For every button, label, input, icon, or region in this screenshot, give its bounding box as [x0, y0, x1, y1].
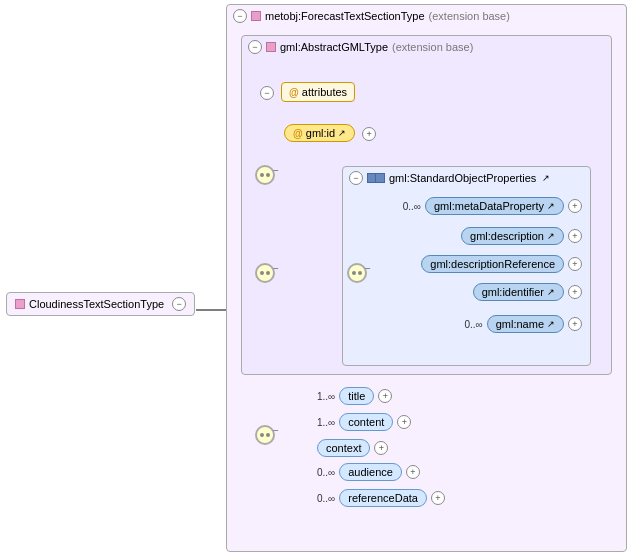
standard-collapse[interactable]: −	[349, 171, 363, 185]
metadata-row: 0..∞ gml:metaDataProperty ↗ +	[403, 197, 582, 215]
identifier-box[interactable]: gml:identifier ↗	[473, 283, 564, 301]
title-row: 1..∞ title +	[317, 387, 392, 405]
seq-circle-abstract-right[interactable]	[347, 263, 367, 283]
svg-point-25	[358, 271, 362, 275]
gmlid-container: @ gml:id ↗ +	[284, 124, 376, 142]
attributes-collapse[interactable]: −	[260, 86, 274, 100]
gmlid-box[interactable]: @ gml:id ↗	[284, 124, 355, 142]
descref-label: gml:descriptionReference	[430, 258, 555, 270]
diagram-container: − metobj:ForecastTextSectionType (extens…	[0, 0, 631, 556]
box-cloudiness: CloudinessTextSectionType −	[6, 292, 195, 316]
forecast-collapse[interactable]: −	[233, 9, 247, 23]
metadata-plus[interactable]: +	[568, 199, 582, 213]
content-plus[interactable]: +	[397, 415, 411, 429]
attributes-container: − @ attributes	[260, 82, 355, 104]
seq-minus-abstract-left[interactable]: −	[273, 263, 279, 274]
svg-point-19	[266, 173, 270, 177]
description-label: gml:description	[470, 230, 544, 242]
forecast-header: − metobj:ForecastTextSectionType (extens…	[227, 5, 626, 27]
context-label: context	[326, 442, 361, 454]
identifier-label: gml:identifier	[482, 286, 544, 298]
forecast-type-icon	[251, 11, 261, 21]
name-box[interactable]: gml:name ↗	[487, 315, 564, 333]
audience-row: 0..∞ audience +	[317, 463, 420, 481]
descref-row: gml:descriptionReference +	[421, 255, 582, 273]
gmlid-arrow: ↗	[338, 128, 346, 138]
seq-minus-abstract-right[interactable]: −	[365, 263, 371, 274]
name-label: gml:name	[496, 318, 544, 330]
content-mult: 1..∞	[317, 417, 335, 428]
gmlid-label: gml:id	[306, 127, 335, 139]
audience-mult: 0..∞	[317, 467, 335, 478]
standard-type-icon2	[375, 173, 385, 183]
metadata-label: gml:metaDataProperty	[434, 200, 544, 212]
seq-circle-bottom[interactable]	[255, 425, 275, 445]
cloudiness-label: CloudinessTextSectionType	[29, 298, 164, 310]
refdata-plus[interactable]: +	[431, 491, 445, 505]
name-mult: 0..∞	[464, 319, 482, 330]
name-row: 0..∞ gml:name ↗ +	[464, 315, 582, 333]
cloudiness-type-icon	[15, 299, 25, 309]
name-plus[interactable]: +	[568, 317, 582, 331]
box-standard: − gml:StandardObjectProperties ↗ 0..∞ gm…	[342, 166, 591, 366]
forecast-label: metobj:ForecastTextSectionType	[265, 10, 425, 22]
refdata-row: 0..∞ referenceData +	[317, 489, 445, 507]
cloudiness-expand[interactable]: −	[172, 297, 186, 311]
seq-circle-top[interactable]	[255, 165, 275, 185]
svg-point-21	[266, 433, 270, 437]
audience-label: audience	[348, 466, 393, 478]
description-arrow: ↗	[547, 231, 555, 241]
title-label: title	[348, 390, 365, 402]
svg-point-22	[260, 271, 264, 275]
gmlid-at-icon: @	[293, 128, 303, 139]
identifier-row: gml:identifier ↗ +	[473, 283, 582, 301]
standard-header: − gml:StandardObjectProperties ↗	[343, 167, 590, 189]
metadata-box[interactable]: gml:metaDataProperty ↗	[425, 197, 564, 215]
svg-point-23	[266, 271, 270, 275]
abstract-type-icon	[266, 42, 276, 52]
box-forecast: − metobj:ForecastTextSectionType (extens…	[226, 4, 627, 552]
svg-point-18	[260, 173, 264, 177]
description-plus[interactable]: +	[568, 229, 582, 243]
context-row: context +	[317, 439, 388, 457]
abstract-sublabel: (extension base)	[392, 41, 473, 53]
svg-point-24	[352, 271, 356, 275]
metadata-arrow: ↗	[547, 201, 555, 211]
content-row: 1..∞ content +	[317, 413, 411, 431]
name-arrow: ↗	[547, 319, 555, 329]
audience-plus[interactable]: +	[406, 465, 420, 479]
title-mult: 1..∞	[317, 391, 335, 402]
seq-circle-abstract-left[interactable]	[255, 263, 275, 283]
seq-minus-top[interactable]: −	[273, 165, 279, 176]
audience-box[interactable]: audience	[339, 463, 402, 481]
description-row: gml:description ↗ +	[461, 227, 582, 245]
attributes-label: attributes	[302, 86, 347, 98]
svg-point-20	[260, 433, 264, 437]
metadata-mult: 0..∞	[403, 201, 421, 212]
descref-box[interactable]: gml:descriptionReference	[421, 255, 564, 273]
title-box[interactable]: title	[339, 387, 374, 405]
content-label: content	[348, 416, 384, 428]
context-box[interactable]: context	[317, 439, 370, 457]
refdata-box[interactable]: referenceData	[339, 489, 427, 507]
gmlid-plus[interactable]: +	[362, 127, 376, 141]
identifier-plus[interactable]: +	[568, 285, 582, 299]
seq-minus-bottom[interactable]: −	[273, 425, 279, 436]
attributes-at-icon: @	[289, 87, 299, 98]
content-box[interactable]: content	[339, 413, 393, 431]
forecast-sublabel: (extension base)	[429, 10, 510, 22]
refdata-label: referenceData	[348, 492, 418, 504]
refdata-mult: 0..∞	[317, 493, 335, 504]
title-plus[interactable]: +	[378, 389, 392, 403]
abstract-label: gml:AbstractGMLType	[280, 41, 388, 53]
box-abstract: − gml:AbstractGMLType (extension base) −…	[241, 35, 612, 375]
context-plus[interactable]: +	[374, 441, 388, 455]
identifier-arrow: ↗	[547, 287, 555, 297]
descref-plus[interactable]: +	[568, 257, 582, 271]
abstract-header: − gml:AbstractGMLType (extension base)	[242, 36, 611, 58]
standard-arrow: ↗	[542, 173, 550, 183]
description-box[interactable]: gml:description ↗	[461, 227, 564, 245]
abstract-collapse[interactable]: −	[248, 40, 262, 54]
standard-label: gml:StandardObjectProperties	[389, 172, 536, 184]
